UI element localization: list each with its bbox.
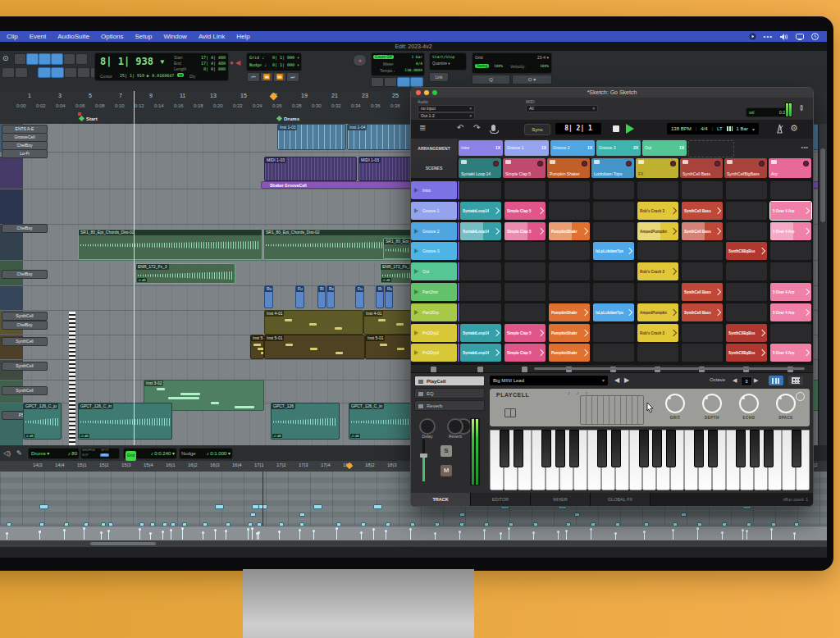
mode-shuffle[interactable]: SHUFFLE [81,449,96,452]
zoom-button[interactable] [2,67,15,78]
scene-button-groove-1[interactable]: Groove 1 [411,202,457,220]
menu-item-clip[interactable]: Clip [7,33,18,40]
grid-empty-cell[interactable] [726,202,767,220]
clock-icon[interactable] [811,33,819,40]
swing-badge[interactable]: Swing [475,64,489,68]
loop-length-value[interactable]: 1 Bar [737,126,748,131]
editor-nudge-display[interactable]: Nudge♪ 0:1.000 ▾ [179,448,233,459]
transport-mini-button[interactable] [410,77,423,87]
arrangement-block-groove-1[interactable]: Groove 11X [504,140,549,156]
clip-bsmall[interactable]: Fu [295,285,304,308]
scene-button-prt2drp2[interactable]: Prt2Drp2 [411,324,457,342]
menu-item-audiosuite[interactable]: AudioSuite [57,33,89,40]
piano-key-black[interactable] [694,430,704,467]
fx-tab-playcell[interactable]: PlayCell [414,376,485,386]
grid-clip-cell[interactable]: AmpedPumpkn [637,222,678,240]
velocity-stem[interactable] [410,530,411,540]
velocity-stem[interactable] [84,529,84,540]
grid2-value[interactable]: 23-4 ▾ [537,55,549,60]
pad-view-button[interactable] [788,376,803,385]
clip-olive[interactable]: Inst 4-01 [264,310,363,335]
transport-mini-button[interactable] [397,77,410,87]
grid-clip-cell[interactable]: Simple Clap 5 [504,344,546,362]
grid-clip-cell[interactable]: SyntaktLoop14 [460,324,501,342]
grid-clip-cell[interactable]: PumpkinShakr [549,222,590,240]
metronome-icon[interactable] [775,124,784,134]
grid-track-header[interactable]: Syntakt Loop 14 [459,158,501,178]
edit-tool-button[interactable] [14,53,26,65]
grid-empty-cell[interactable] [770,262,811,280]
chevron-down-icon[interactable]: ▾ [752,126,755,132]
grid-clip-cell[interactable]: 5 Over 4 Arp [770,344,811,362]
velocity-stem[interactable] [484,531,485,540]
countoff-badge[interactable]: Count Off [373,55,394,59]
grid-clip-cell[interactable]: IsLpLckdwnTps [593,303,634,321]
clip-drum[interactable]: Inst 1-03 [277,124,346,150]
record-arm-icon[interactable] [670,161,676,166]
fx-tab-reverb[interactable]: Reverb [414,400,485,411]
track-name-label[interactable]: SynthCell [2,362,48,371]
menu-item-setup[interactable]: Setup [135,33,153,40]
grid-clip-cell[interactable]: 5 Over 4 Arp [770,202,811,220]
transport-skip-button[interactable]: ⏮ [247,72,260,82]
clip-bsmall[interactable]: Ru [264,285,273,308]
velocity-stem[interactable] [64,531,65,540]
piano-key-black[interactable] [514,430,523,467]
clip-bsmall[interactable]: Ru [385,285,393,308]
velocity-stem[interactable] [203,533,203,540]
grid-clip-cell[interactable]: 5 Over 4 Arp [770,283,811,301]
velocity-stem[interactable] [742,531,743,540]
clip-agreen[interactable]: SR1_80_Epi_Chords_Dist-02 [78,229,262,260]
grid-clip-cell[interactable]: SynthCell Bass [682,303,723,321]
mode-spot[interactable]: SPOT [100,449,110,452]
velocity-stem[interactable] [108,531,109,540]
grid-empty-cell[interactable] [726,303,767,321]
bpm-value[interactable]: 138 BPM [671,126,692,131]
velocity-stem[interactable] [386,531,386,540]
velocity-stem[interactable] [771,530,772,540]
piano-key-black[interactable] [541,430,551,467]
grid-track-header[interactable]: FX [636,158,678,178]
piano-key-black[interactable] [666,430,676,467]
grid-clip-cell[interactable]: IsLpLckdwnTps [593,242,634,260]
grid-empty-cell[interactable] [682,181,723,199]
menu-item-avid-link[interactable]: Avid Link [199,33,225,40]
record-arm-icon[interactable] [626,161,632,166]
editor-track-selector[interactable]: Drums ▾♪ 80 [28,448,80,459]
midi-note[interactable] [459,513,465,517]
grid-track-header[interactable]: SynthCellBigBass [724,158,767,178]
knob-grit[interactable] [665,394,685,413]
mute-button[interactable]: M [441,465,452,476]
reverb-knob[interactable] [447,418,463,435]
solo-button[interactable]: S [441,445,452,457]
transport-skip-button[interactable]: ⏭ [286,72,299,82]
delay-knob[interactable] [419,418,436,435]
velocity-stem[interactable] [509,529,509,540]
grid-hscrollbar[interactable] [534,367,805,370]
grid-empty-cell[interactable] [726,262,767,280]
grid-empty-cell[interactable] [637,344,678,362]
piano-key-black[interactable] [750,430,760,467]
arrangement-block-groove-2[interactable]: Groove 21X [550,140,595,156]
transport-mini-button[interactable] [371,77,384,87]
grid-clip-cell[interactable]: SyntaktLoop14 [460,202,501,220]
tempo-panel[interactable]: 138 BPM| 4/4| LT 1 Bar ▾ [667,123,759,134]
piano-key-black[interactable] [639,430,649,467]
piano-key-black[interactable] [555,430,565,467]
velocity-stem[interactable] [101,533,102,540]
sync-button[interactable]: Sync [524,124,550,135]
grid-clip-cell[interactable]: SynthCell Bass [682,222,723,240]
velocity-stem[interactable] [697,529,698,540]
sketch-tab-track[interactable]: TRACK [411,493,471,506]
gear-icon[interactable]: ⚙ [790,123,798,134]
grid-empty-cell[interactable] [460,303,501,321]
scene-button-part2drp[interactable]: Part2Drp [411,303,457,321]
piano-key-black[interactable] [569,430,579,467]
record-monitor-icons[interactable]: ● ◀ [230,59,240,66]
redo-icon[interactable]: ↷ [473,123,480,132]
grid-empty-cell[interactable] [549,202,590,220]
play-circle-icon[interactable] [749,33,756,40]
track-name-label[interactable]: ChelBoy [2,224,48,233]
midi-note[interactable] [215,504,224,509]
velocity-stem[interactable] [558,532,559,540]
